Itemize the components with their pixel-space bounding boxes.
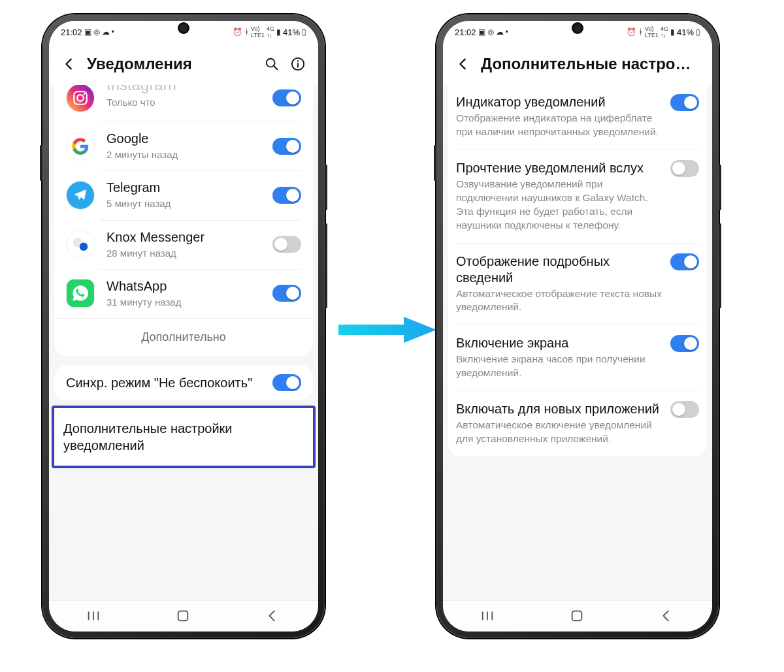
- setting-indicator[interactable]: Индикатор уведомлений Отображение индика…: [448, 85, 707, 150]
- arrow-icon: [338, 313, 436, 346]
- toggle-telegram[interactable]: [272, 187, 301, 204]
- svg-line-1: [274, 66, 278, 70]
- app-name: Google: [106, 131, 266, 147]
- nav-bar: [443, 600, 712, 632]
- phone-button: [719, 165, 721, 210]
- setting-title: Индикатор уведомлений: [456, 94, 664, 110]
- toggle-instagram[interactable]: [272, 89, 301, 106]
- search-icon: [265, 57, 279, 71]
- app-row-whatsapp[interactable]: WhatsApp 31 минуту назад: [54, 269, 313, 318]
- alarm-icon: ⏰: [233, 27, 242, 37]
- app-time: Только что: [106, 96, 266, 109]
- app-row-instagram[interactable]: Instagram Только что: [54, 85, 313, 121]
- app-time: 31 минуту назад: [106, 296, 266, 309]
- toggle-details[interactable]: [670, 253, 699, 270]
- advanced-settings-row[interactable]: Дополнительные настройки уведомлений: [54, 408, 313, 466]
- back-button[interactable]: [455, 56, 472, 72]
- advanced-label: Дополнительные настройки уведомлений: [63, 420, 304, 454]
- toggle-whatsapp[interactable]: [272, 285, 301, 302]
- app-row-knox[interactable]: Knox Messenger 28 минут назад: [54, 220, 313, 269]
- nav-back[interactable]: [659, 609, 675, 624]
- advanced-settings-highlight: Дополнительные настройки уведомлений: [52, 406, 316, 468]
- app-time: 5 минут назад: [106, 197, 266, 210]
- nav-recents[interactable]: [480, 609, 496, 624]
- bluetooth-icon: ᚼ: [638, 27, 643, 37]
- telegram-icon: [66, 181, 95, 210]
- 4g-icon: 4G↑↓: [661, 25, 668, 39]
- toggle-read-aloud[interactable]: [670, 160, 699, 177]
- svg-point-3: [297, 60, 299, 61]
- app-name: Telegram: [106, 180, 266, 196]
- toggle-google[interactable]: [272, 138, 301, 155]
- nav-home[interactable]: [176, 609, 191, 624]
- svg-rect-4: [297, 63, 299, 67]
- search-button[interactable]: [263, 56, 280, 72]
- app-row-telegram[interactable]: Telegram 5 минут назад: [54, 170, 313, 219]
- phone-button: [434, 145, 436, 181]
- knox-icon: [66, 230, 95, 259]
- nav-bar: [49, 600, 318, 632]
- setting-read-aloud[interactable]: Прочтение уведомлений вслух Озвучивание …: [448, 150, 707, 243]
- phone-button: [325, 165, 327, 210]
- settings-card: Индикатор уведомлений Отображение индика…: [448, 85, 707, 456]
- dot-icon: •: [112, 27, 114, 37]
- app-row-google[interactable]: Google 2 минуты назад: [54, 121, 313, 170]
- setting-title: Включение экрана: [456, 335, 664, 351]
- cloud-icon: ☁: [102, 27, 110, 37]
- setting-title: Отображение подробных сведений: [456, 253, 664, 286]
- toggle-screen-on[interactable]: [670, 335, 699, 352]
- more-button[interactable]: Дополнительно: [54, 318, 313, 356]
- volte-icon: Vo)LTE1: [645, 25, 659, 39]
- toggle-dnd[interactable]: [272, 374, 301, 391]
- app-time: 28 минут назад: [106, 247, 266, 260]
- statusbar-time: 21:02: [61, 27, 82, 37]
- svg-point-6: [77, 95, 84, 101]
- app-name: Knox Messenger: [106, 229, 266, 246]
- content-area[interactable]: Instagram Только что Google 2 минуты наз…: [49, 85, 318, 600]
- cloud-icon: ☁: [496, 27, 504, 37]
- nav-home[interactable]: [570, 609, 585, 624]
- toggle-knox[interactable]: [272, 236, 301, 253]
- whatsapp-icon: [66, 279, 95, 308]
- page-title: Дополнительные настро…: [481, 55, 700, 73]
- setting-new-apps[interactable]: Включать для новых приложений Автоматиче…: [448, 391, 707, 456]
- statusbar-battery: 41%: [677, 27, 694, 37]
- setting-desc: Автоматическое включение уведомлений для…: [456, 419, 664, 446]
- volte-icon: Vo)LTE1: [251, 25, 265, 39]
- dnd-row[interactable]: Синхр. режим "Не беспокоить": [54, 365, 313, 400]
- phone-camera: [572, 22, 583, 34]
- toggle-indicator[interactable]: [670, 94, 699, 111]
- setting-title: Включать для новых приложений: [456, 401, 664, 417]
- signal-icon: ▮: [276, 27, 281, 37]
- svg-marker-14: [338, 317, 436, 343]
- nav-back[interactable]: [265, 609, 281, 624]
- setting-details[interactable]: Отображение подробных сведений Автоматич…: [448, 243, 707, 325]
- setting-title: Прочтение уведомлений вслух: [456, 160, 664, 176]
- back-button[interactable]: [61, 56, 78, 72]
- battery-icon: ▯: [302, 27, 306, 37]
- screen-notifications: 21:02 ▣ ◎ ☁ • ⏰ ᚼ Vo)LTE1 4G↑↓ ▮ 41% ▯ У…: [49, 21, 318, 632]
- info-button[interactable]: [289, 56, 306, 72]
- dot-icon: •: [506, 27, 508, 37]
- setting-desc: Отображение индикатора на циферблате при…: [456, 112, 664, 139]
- alarm-icon: ⏰: [627, 27, 636, 37]
- header: Дополнительные настро…: [443, 40, 712, 85]
- setting-desc: Озвучивание уведомлений при подключении …: [456, 178, 664, 232]
- content-area[interactable]: Индикатор уведомлений Отображение индика…: [443, 85, 712, 600]
- svg-point-9: [80, 243, 88, 251]
- apps-card: Instagram Только что Google 2 минуты наз…: [54, 85, 313, 356]
- chevron-left-icon: [62, 57, 76, 71]
- image-icon: ▣: [478, 27, 485, 37]
- svg-rect-18: [572, 611, 582, 620]
- app-name: Instagram: [106, 85, 266, 95]
- app-time: 2 минуты назад: [106, 148, 266, 161]
- instagram-icon: ◎: [487, 27, 494, 37]
- setting-screen-on[interactable]: Включение экрана Включение экрана часов …: [448, 325, 707, 391]
- phone-button: [325, 223, 327, 308]
- svg-point-7: [84, 93, 86, 95]
- info-icon: [291, 57, 305, 71]
- toggle-new-apps[interactable]: [670, 401, 699, 418]
- nav-recents[interactable]: [86, 609, 102, 624]
- phone-button: [719, 223, 721, 308]
- chevron-left-icon: [456, 57, 470, 71]
